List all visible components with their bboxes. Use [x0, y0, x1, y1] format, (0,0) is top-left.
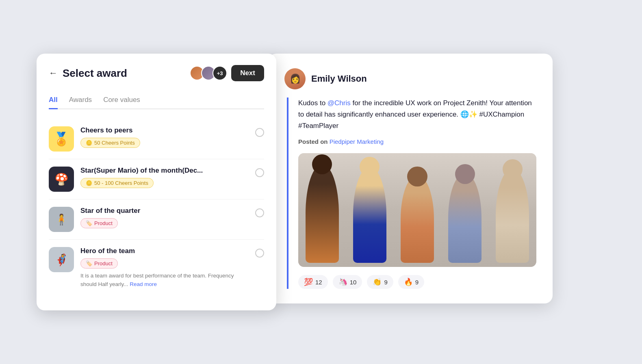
head-3 — [407, 167, 427, 186]
person-4 — [448, 173, 482, 263]
posted-on-link[interactable]: Piedpiper Marketing — [330, 138, 384, 145]
card-header: ← Select award +3 Next — [49, 65, 264, 81]
coin-icon: 🪙 — [86, 140, 92, 146]
reaction-count-1: 12 — [315, 279, 322, 286]
badge-cheers-points: 🪙 50 Cheers Points — [80, 138, 140, 148]
reaction-emoji-2: 🦄 — [338, 277, 347, 286]
radio-hero[interactable] — [255, 249, 264, 258]
avatar: 👩 — [284, 68, 306, 89]
radio-cheers[interactable] — [255, 128, 264, 137]
reaction-4[interactable]: 🔥 9 — [398, 275, 424, 289]
badge-mario-points: 🪙 50 - 100 Cheers Points — [80, 178, 154, 188]
badge-row-quarter: 🏷️ Product — [80, 218, 249, 228]
award-info-cheers: Cheers to peers 🪙 50 Cheers Points — [80, 126, 249, 148]
person-5 — [496, 169, 529, 263]
post-mention: @Chris — [328, 99, 351, 107]
reaction-3[interactable]: 👏 9 — [367, 275, 393, 289]
product-icon: 🏷️ — [86, 260, 92, 266]
award-list: 🏅 Cheers to peers 🪙 50 Cheers Points 🍄 — [49, 119, 264, 296]
reaction-1[interactable]: 💯 12 — [298, 275, 328, 289]
post-text-prefix: Kudos to — [298, 99, 328, 107]
post-header: 👩 Emily Wilson — [284, 68, 536, 89]
avatar-face: 👩 — [284, 68, 306, 89]
award-info-mario: Star(Super Mario) of the month(Dec... 🪙 … — [80, 167, 249, 188]
read-more-link[interactable]: Read more — [130, 281, 157, 287]
page-title: Select award — [63, 67, 127, 80]
reactions-row: 💯 12 🦄 10 👏 9 🔥 9 — [298, 275, 536, 289]
reaction-2[interactable]: 🦄 10 — [333, 275, 362, 289]
head-2 — [360, 157, 380, 177]
award-info-quarter: Star of the quarter 🏷️ Product — [80, 207, 249, 228]
avatar-group: +3 — [190, 66, 227, 80]
award-thumb-cheers: 🏅 — [49, 126, 74, 152]
tab-awards[interactable]: Awards — [69, 93, 92, 109]
post-card: 👩 Emily Wilson Kudos to @Chris for the i… — [268, 54, 553, 303]
award-thumb-hero: 🦸 — [49, 247, 74, 272]
posted-on-row: Posted on Piedpiper Marketing — [298, 138, 536, 145]
next-button[interactable]: Next — [231, 65, 264, 81]
award-description-hero: It is a team award for best performance … — [80, 272, 249, 288]
person-1 — [306, 164, 339, 263]
award-name-mario: Star(Super Mario) of the month(Dec... — [80, 167, 249, 175]
reaction-emoji-1: 💯 — [304, 277, 313, 286]
badge-row-hero: 🏷️ Product — [80, 258, 249, 269]
select-award-card: ← Select award +3 Next All Awards Core v… — [37, 54, 276, 310]
award-info-hero: Hero of the team 🏷️ Product It is a team… — [80, 247, 249, 288]
award-thumb-quarter: 🧍 — [49, 207, 74, 232]
award-thumb-mario: 🍄 — [49, 167, 74, 192]
post-body: Kudos to @Chris for the incredible UX wo… — [287, 98, 536, 289]
badge-quarter-product: 🏷️ Product — [80, 218, 118, 228]
award-item-star-mario[interactable]: 🍄 Star(Super Mario) of the month(Dec... … — [49, 159, 264, 199]
reaction-count-3: 9 — [384, 279, 387, 286]
tab-core-values[interactable]: Core values — [103, 93, 140, 109]
award-item-hero-team[interactable]: 🦸 Hero of the team 🏷️ Product It is a te… — [49, 240, 264, 296]
award-item-star-quarter[interactable]: 🧍 Star of the quarter 🏷️ Product — [49, 199, 264, 240]
radio-mario[interactable] — [255, 168, 264, 177]
reaction-count-4: 9 — [415, 279, 419, 286]
badge-row-cheers: 🪙 50 Cheers Points — [80, 138, 249, 148]
coin-icon: 🪙 — [86, 180, 92, 186]
post-text: Kudos to @Chris for the incredible UX wo… — [298, 98, 536, 132]
poster-name: Emily Wilson — [311, 74, 367, 84]
head-4 — [455, 164, 475, 184]
award-name-hero: Hero of the team — [80, 247, 249, 255]
award-name-cheers: Cheers to peers — [80, 126, 249, 134]
person-2 — [353, 167, 386, 263]
person-3 — [401, 175, 434, 263]
award-name-quarter: Star of the quarter — [80, 207, 249, 215]
back-button[interactable]: ← — [49, 68, 58, 78]
header-right: +3 Next — [190, 65, 264, 81]
header-left: ← Select award — [49, 67, 127, 80]
photo-simulation — [298, 153, 536, 267]
avatar-count: +3 — [213, 66, 227, 80]
award-item-cheers-to-peers[interactable]: 🏅 Cheers to peers 🪙 50 Cheers Points — [49, 119, 264, 159]
tab-all[interactable]: All — [49, 93, 58, 109]
reaction-emoji-3: 👏 — [373, 277, 382, 286]
badge-hero-product: 🏷️ Product — [80, 258, 118, 269]
reaction-emoji-4: 🔥 — [404, 277, 413, 286]
tab-bar: All Awards Core values — [49, 93, 264, 109]
product-icon: 🏷️ — [86, 220, 92, 226]
head-5 — [503, 159, 523, 179]
reaction-count-2: 10 — [350, 279, 357, 286]
badge-row-mario: 🪙 50 - 100 Cheers Points — [80, 178, 249, 188]
posted-on-label: Posted on — [298, 138, 328, 145]
head-1 — [312, 154, 332, 174]
radio-quarter[interactable] — [255, 208, 264, 217]
post-image — [298, 153, 536, 267]
